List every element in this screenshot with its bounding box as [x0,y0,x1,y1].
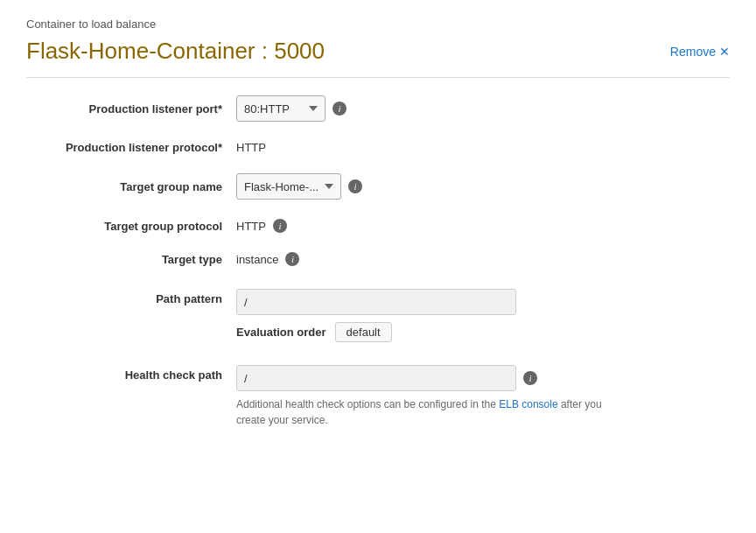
elb-console-link[interactable]: ELB console [499,398,557,410]
health-check-note: Additional health check options can be c… [236,396,604,428]
path-pattern-label: Path pattern [26,289,236,305]
target-group-name-select[interactable]: Flask-Home-... [236,173,341,200]
section-label: Container to load balance [26,18,730,31]
evaluation-order-label: Evaluation order [236,326,326,339]
target-group-name-info-icon[interactable]: i [348,179,362,193]
health-check-path-info-icon[interactable]: i [523,371,537,385]
container-title: Flask-Home-Container : 5000 [26,38,325,65]
target-group-protocol-value: HTTP [236,220,266,233]
target-group-protocol-info-icon[interactable]: i [273,219,287,233]
target-type-label: Target type [26,253,236,266]
remove-icon: ✕ [719,45,730,59]
evaluation-order-value: default [335,322,392,342]
production-listener-port-select[interactable]: 80:HTTP 443:HTTPS 8080:HTTP [236,95,326,122]
path-pattern-input[interactable] [236,289,516,315]
production-listener-protocol-value: HTTP [236,141,266,154]
production-listener-port-label: Production listener port* [26,102,236,116]
health-check-path-label: Health check path [26,365,236,382]
target-group-name-label: Target group name [26,180,236,193]
health-check-path-input[interactable] [236,365,516,391]
remove-link[interactable]: Remove ✕ [670,45,730,59]
target-type-value: instance [236,253,278,266]
production-listener-protocol-label: Production listener protocol* [26,141,236,154]
target-group-protocol-label: Target group protocol [26,220,236,233]
remove-label: Remove [670,45,716,59]
target-type-info-icon[interactable]: i [285,252,299,266]
production-listener-port-info-icon[interactable]: i [332,102,346,116]
